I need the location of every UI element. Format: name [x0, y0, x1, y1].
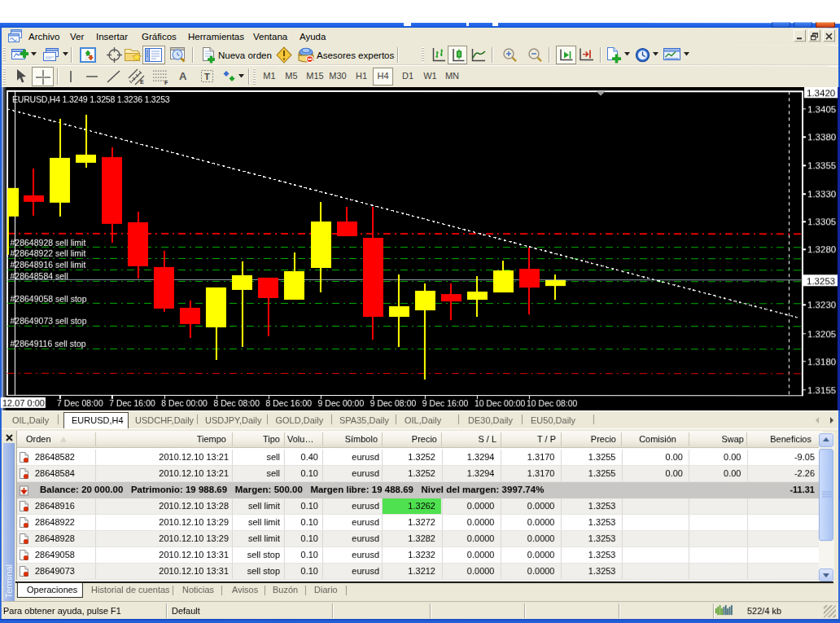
svg-text:8 Dec 00:00: 8 Dec 00:00 [161, 397, 208, 407]
svg-text:#28648584 sell: #28648584 sell [10, 271, 68, 281]
svg-text:#28648916 sell limit: #28648916 sell limit [10, 260, 85, 270]
svg-text:1.3205: 1.3205 [807, 329, 836, 339]
svg-text:1.3380: 1.3380 [807, 132, 836, 142]
svg-text:10 Dec 00:00: 10 Dec 00:00 [475, 398, 526, 408]
svg-text:E: E [140, 79, 144, 85]
svg-text:#28648922 sell limit: #28648922 sell limit [10, 248, 85, 258]
svg-text:1.3280: 1.3280 [807, 244, 836, 254]
svg-text:12.07 0:00: 12.07 0:00 [2, 397, 45, 407]
svg-text:1.3230: 1.3230 [807, 300, 836, 309]
svg-text:1.3420: 1.3420 [807, 88, 835, 98]
svg-text:1.3355: 1.3355 [807, 160, 836, 170]
svg-text:7 Dec 16:00: 7 Dec 16:00 [109, 397, 155, 407]
svg-text:#28649073 sell stop: #28649073 sell stop [10, 316, 86, 326]
svg-text:10 Dec 08:00: 10 Dec 08:00 [527, 398, 578, 408]
svg-text:8 Dec 16:00: 8 Dec 16:00 [265, 397, 312, 407]
svg-text:F: F [164, 80, 168, 86]
svg-text:#28649058 sell stop: #28649058 sell stop [10, 294, 86, 304]
svg-text:9 Dec 08:00: 9 Dec 08:00 [370, 398, 417, 408]
svg-text:8 Dec 08:00: 8 Dec 08:00 [213, 397, 260, 407]
svg-text:1.3330: 1.3330 [807, 189, 836, 199]
svg-text:1.3155: 1.3155 [807, 385, 836, 395]
svg-text:1.3180: 1.3180 [807, 357, 836, 366]
svg-text:1.3305: 1.3305 [807, 217, 836, 226]
svg-text:1.3253: 1.3253 [807, 276, 835, 286]
svg-text:EURUSD,H4 1.3249 1.3258 1.323: EURUSD,H4 1.3249 1.3258 1.3236 1.3253 [12, 94, 170, 103]
svg-text:1.3405: 1.3405 [807, 104, 836, 114]
svg-text:9 Dec 00:00: 9 Dec 00:00 [317, 398, 364, 408]
svg-text:7 Dec 08:00: 7 Dec 08:00 [57, 397, 103, 407]
svg-text:#28649116 sell stop: #28649116 sell stop [10, 339, 85, 349]
svg-text:T: T [204, 72, 210, 81]
svg-text:9 Dec 16:00: 9 Dec 16:00 [422, 398, 469, 408]
svg-text:#28648928 sell limit: #28648928 sell limit [10, 237, 85, 247]
